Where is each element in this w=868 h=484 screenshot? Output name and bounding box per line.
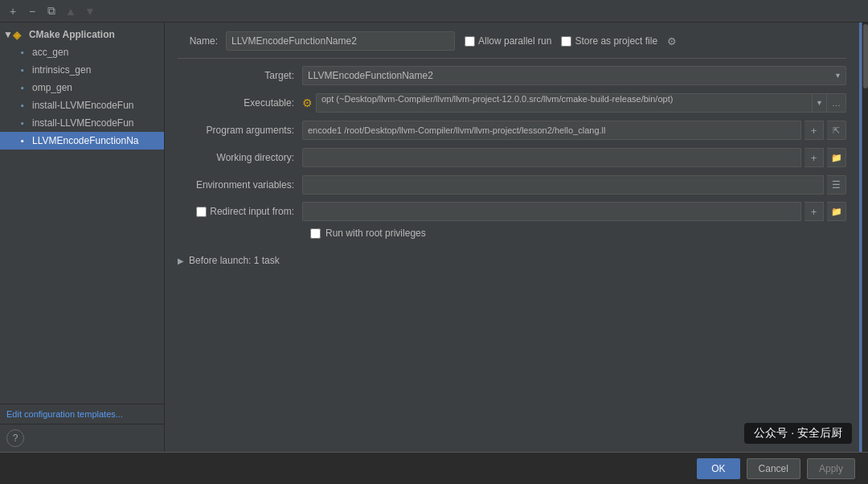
working-dir-field: + 📁 bbox=[302, 148, 846, 167]
sidebar-section-cmake[interactable]: ▼ ◈ CMake Application bbox=[0, 26, 164, 43]
executable-dropdown-button[interactable]: ▼ bbox=[813, 93, 827, 113]
root-privileges-label[interactable]: Run with root privileges bbox=[310, 228, 426, 239]
sidebar-help-button[interactable]: ? bbox=[6, 429, 24, 447]
redirect-browse-button[interactable]: 📁 bbox=[827, 202, 846, 221]
dir-row-inner: + 📁 bbox=[302, 148, 846, 167]
program-args-field: + ⇱ bbox=[302, 121, 846, 140]
sidebar-item-llvm-encode[interactable]: ▪ LLVMEncodeFunctionNa bbox=[0, 132, 164, 150]
add-button[interactable]: + bbox=[5, 3, 21, 19]
executable-icon: ⚙ bbox=[302, 96, 313, 109]
remove-button[interactable]: − bbox=[24, 3, 40, 19]
cmake-icon: ◈ bbox=[13, 29, 26, 41]
toolbar: + − ⧉ ▲ ▼ bbox=[0, 0, 868, 23]
redirect-field: + 📁 bbox=[302, 202, 846, 221]
sidebar-item-label: acc_gen bbox=[32, 47, 68, 58]
redirect-input[interactable] bbox=[302, 202, 801, 221]
sidebar-item-label: omp_gen bbox=[32, 82, 72, 93]
copy-button[interactable]: ⧉ bbox=[43, 3, 59, 19]
sidebar-item-acc_gen[interactable]: ▪ acc_gen bbox=[0, 43, 164, 61]
allow-parallel-checkbox[interactable] bbox=[465, 36, 475, 47]
name-label: Name: bbox=[178, 35, 226, 47]
store-as-project-checkbox-label[interactable]: Store as project file bbox=[561, 35, 657, 47]
program-args-label: Program arguments: bbox=[178, 125, 302, 136]
edit-templates-link[interactable]: Edit configuration templates... bbox=[0, 404, 164, 424]
args-row-inner: + ⇱ bbox=[302, 121, 846, 140]
move-down-button[interactable]: ▼ bbox=[82, 3, 98, 19]
sidebar-tree: ▼ ◈ CMake Application ▪ acc_gen ▪ intrin… bbox=[0, 23, 164, 404]
env-row-inner: ☰ bbox=[302, 175, 846, 195]
executable-row: Executable: ⚙ opt (~Desktop/llvm-Compile… bbox=[178, 92, 846, 113]
file-icon: ▪ bbox=[16, 117, 29, 129]
sidebar-item-label: install-LLVMEncodeFun bbox=[32, 117, 134, 129]
divider bbox=[178, 58, 846, 59]
exec-input-wrapper: opt (~Desktop/llvm-Compiler/llvm/llvm-pr… bbox=[316, 93, 846, 113]
bottom-panel: OK Cancel Apply bbox=[0, 452, 868, 484]
cancel-button[interactable]: Cancel bbox=[747, 458, 800, 479]
target-select-wrapper: LLVMEncodeFunctionName2 ▼ bbox=[302, 66, 846, 85]
before-launch-section[interactable]: ▶ Before launch: 1 task bbox=[178, 252, 846, 269]
sidebar-item-intrinsics_gen[interactable]: ▪ intrinsics_gen bbox=[0, 61, 164, 79]
executable-browse-button[interactable]: … bbox=[827, 93, 846, 113]
sidebar: ▼ ◈ CMake Application ▪ acc_gen ▪ intrin… bbox=[0, 23, 165, 452]
before-launch-arrow: ▶ bbox=[178, 256, 184, 265]
sidebar-item-install-llvm1[interactable]: ▪ install-LLVMEncodeFun bbox=[0, 96, 164, 114]
working-dir-add-button[interactable]: + bbox=[805, 148, 824, 167]
sidebar-item-label: install-LLVMEncodeFun bbox=[32, 100, 134, 111]
store-project-gear-icon[interactable]: ⚙ bbox=[667, 35, 677, 47]
name-input[interactable] bbox=[226, 31, 455, 51]
name-options: Allow parallel run Store as project file… bbox=[465, 35, 677, 47]
redirect-add-button[interactable]: + bbox=[805, 202, 824, 221]
env-vars-row: Environment variables: ☰ bbox=[178, 174, 846, 195]
move-up-button[interactable]: ▲ bbox=[63, 3, 79, 19]
root-privileges-checkbox[interactable] bbox=[310, 228, 321, 239]
apply-button: Apply bbox=[807, 458, 855, 479]
target-label: Target: bbox=[178, 70, 302, 81]
main-area: ▼ ◈ CMake Application ▪ acc_gen ▪ intrin… bbox=[0, 23, 868, 452]
args-expand-button[interactable]: ⇱ bbox=[827, 121, 846, 140]
target-row: Target: LLVMEncodeFunctionName2 ▼ bbox=[178, 65, 846, 86]
before-launch-label: Before launch: 1 task bbox=[189, 255, 280, 266]
program-args-row: Program arguments: + ⇱ bbox=[178, 120, 846, 141]
file-icon: ▪ bbox=[16, 81, 29, 94]
target-field: LLVMEncodeFunctionName2 ▼ bbox=[302, 66, 846, 85]
program-args-input[interactable] bbox=[302, 121, 801, 140]
file-icon: ▪ bbox=[16, 134, 29, 147]
target-select[interactable]: LLVMEncodeFunctionName2 bbox=[302, 66, 846, 85]
working-dir-row: Working directory: + 📁 bbox=[178, 147, 846, 168]
root-privileges-row: Run with root privileges bbox=[178, 228, 846, 239]
redirect-checkbox-label[interactable]: Redirect input from: bbox=[178, 206, 302, 217]
executable-text: opt (~Desktop/llvm-Compiler/llvm/llvm-pr… bbox=[316, 93, 813, 113]
env-vars-edit-button[interactable]: ☰ bbox=[827, 175, 846, 195]
file-icon: ▪ bbox=[16, 99, 29, 112]
env-vars-input[interactable] bbox=[302, 175, 824, 195]
working-dir-label: Working directory: bbox=[178, 152, 302, 163]
env-vars-field: ☰ bbox=[302, 175, 846, 195]
working-dir-browse-button[interactable]: 📁 bbox=[827, 148, 846, 167]
tree-expand-arrow: ▼ bbox=[3, 29, 13, 40]
redirect-checkbox[interactable] bbox=[196, 207, 207, 217]
executable-field: ⚙ opt (~Desktop/llvm-Compiler/llvm/llvm-… bbox=[302, 93, 846, 113]
sidebar-item-omp_gen[interactable]: ▪ omp_gen bbox=[0, 79, 164, 96]
ok-button[interactable]: OK bbox=[697, 458, 739, 479]
args-add-button[interactable]: + bbox=[805, 121, 824, 140]
config-panel: Name: Allow parallel run Store as projec… bbox=[165, 23, 862, 452]
env-vars-label: Environment variables: bbox=[178, 179, 302, 191]
name-row: Name: Allow parallel run Store as projec… bbox=[178, 31, 846, 51]
sidebar-section-label: CMake Application bbox=[29, 29, 115, 40]
scrollbar-thumb bbox=[863, 24, 868, 88]
sidebar-item-label: LLVMEncodeFunctionNa bbox=[32, 135, 139, 146]
redirect-row: Redirect input from: + 📁 bbox=[178, 202, 846, 221]
store-as-project-checkbox[interactable] bbox=[561, 36, 571, 47]
file-icon: ▪ bbox=[16, 64, 29, 76]
exec-row-inner: ⚙ opt (~Desktop/llvm-Compiler/llvm/llvm-… bbox=[302, 93, 846, 113]
executable-label: Executable: bbox=[178, 97, 302, 109]
right-scrollbar[interactable] bbox=[862, 23, 868, 452]
working-dir-input[interactable] bbox=[302, 148, 801, 167]
allow-parallel-checkbox-label[interactable]: Allow parallel run bbox=[465, 35, 551, 47]
sidebar-item-label: intrinsics_gen bbox=[32, 64, 91, 76]
file-icon: ▪ bbox=[16, 46, 29, 59]
sidebar-item-install-llvm2[interactable]: ▪ install-LLVMEncodeFun bbox=[0, 114, 164, 132]
